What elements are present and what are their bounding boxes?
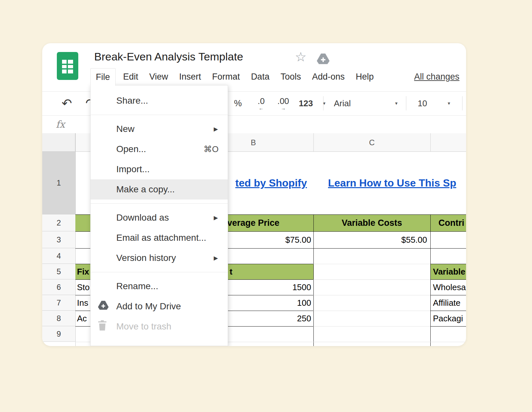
cell-d5[interactable]: Variable [430,264,466,279]
cell-d2[interactable]: Contri [430,214,466,231]
add-to-drive-icon[interactable] [317,53,330,66]
menu-item-label: Download as [116,212,169,223]
more-formats-label: 123 [299,98,313,109]
menu-item-version-history[interactable]: Version history ▶ [91,248,228,268]
cell-d8[interactable]: Packagi [430,311,466,326]
menu-separator [91,115,228,115]
menu-item-label: Make a copy... [116,184,175,195]
formula-fx-label: fx [56,115,65,133]
undo-icon[interactable]: ↶ [60,92,74,115]
decrease-decimal-arrow-icon: ← [259,106,264,110]
grid-border [430,326,466,327]
menu-item-email-as-attachment[interactable]: Email as attachment... [91,228,228,248]
submenu-arrow-icon: ▶ [214,214,218,221]
menu-item-label: Import... [116,164,150,174]
gridline [313,326,430,327]
menu-item-shortcut: ⌘O [204,144,219,154]
row-header-6[interactable]: 6 [42,279,75,295]
row-header-9[interactable]: 9 [42,326,75,342]
menu-separator [91,272,228,272]
toolbar-separator [323,96,323,110]
document-title[interactable]: Break-Even Analysis Template [94,50,243,63]
menu-item-label: Add to My Drive [116,301,181,312]
percent-format-button[interactable]: % [231,92,245,115]
menu-item-download-as[interactable]: Download as ▶ [91,208,228,228]
menu-item-label: Move to trash [116,321,171,332]
row-header-3[interactable]: 3 [42,231,75,248]
spreadsheet-window: Break-Even Analysis Template ☆ File Edit… [42,43,466,346]
toolbar-separator [462,96,462,110]
more-formats-button[interactable]: 123 ▾ [299,92,325,115]
decrease-decimal-button[interactable]: .0 ← [253,92,270,115]
increase-decimal-label: .00 [277,97,289,105]
menu-item-rename[interactable]: Rename... [91,276,228,296]
gridline [313,264,430,264]
font-size-dropdown-icon: ▾ [448,100,450,106]
decrease-decimal-label: .0 [258,97,265,105]
increase-decimal-arrow-icon: → [281,106,286,110]
column-header-c[interactable]: C [313,133,430,152]
gridline [313,279,430,280]
trash-icon [98,320,107,333]
all-changes-link[interactable]: All changes [414,68,460,85]
menu-item-move-to-trash[interactable]: Move to trash [91,316,228,337]
submenu-arrow-icon: ▶ [214,126,218,133]
font-size-select[interactable]: 10 ▾ [418,92,450,115]
menu-file[interactable]: File [90,68,116,86]
menu-separator [91,203,228,204]
cell-d7[interactable]: Affiliate [430,295,466,311]
row-header-8[interactable]: 8 [42,311,75,326]
toolbar-separator [406,96,406,110]
sheets-logo-icon[interactable] [57,52,78,81]
menubar: Edit View Insert Format Data Tools Add-o… [118,68,379,85]
column-header-divider [313,133,314,152]
menu-item-label: New [116,124,134,134]
cell-c3[interactable]: $55.00 [313,231,430,248]
menu-item-import[interactable]: Import... [91,159,228,179]
row-header-4[interactable]: 4 [42,248,75,264]
cell-d6[interactable]: Wholesa [430,279,466,295]
learn-how-link[interactable]: Learn How to Use This Sp [328,177,456,189]
menu-item-label: Email as attachment... [116,233,206,243]
menu-view[interactable]: View [144,68,174,85]
menu-tools[interactable]: Tools [275,68,307,85]
row-header-2[interactable]: 2 [42,214,75,231]
menu-item-label: Open... [116,144,146,154]
gridline [313,295,430,295]
star-icon[interactable]: ☆ [295,50,307,64]
gridline [313,311,430,311]
menu-item-open[interactable]: Open... ⌘O [91,139,228,159]
font-family-dropdown-icon: ▾ [395,100,398,106]
font-family-select[interactable]: Arial ▾ [334,92,398,115]
menu-data[interactable]: Data [246,68,275,85]
column-header-divider [430,133,431,152]
menu-help[interactable]: Help [350,68,379,85]
menu-item-label: Share... [116,96,148,106]
font-size-value: 10 [418,98,427,109]
menu-item-add-to-my-drive[interactable]: Add to My Drive [91,296,228,316]
cell-c2[interactable]: Variable Costs [313,214,430,231]
row-header-5[interactable]: 5 [42,264,75,279]
menu-item-make-a-copy[interactable]: Make a copy... [91,179,228,200]
cell-c1[interactable]: Learn How to Use This Sp [313,152,465,214]
file-menu-dropdown: Share... New ▶ Open... ⌘O Import... Make… [90,85,228,346]
menu-insert[interactable]: Insert [174,68,207,85]
select-all-corner[interactable] [42,133,75,152]
font-family-value: Arial [334,98,351,109]
menu-addons[interactable]: Add-ons [307,68,350,85]
row-header-1[interactable]: 1 [42,152,75,214]
menu-item-share[interactable]: Share... [91,91,228,111]
increase-decimal-button[interactable]: .00 → [273,92,293,115]
shopify-link[interactable]: ted by Shopify [235,177,307,189]
menu-item-label: Rename... [116,281,158,291]
menu-format[interactable]: Format [207,68,246,85]
menu-item-new[interactable]: New ▶ [91,119,228,139]
menu-item-label: Version history [116,253,176,263]
submenu-arrow-icon: ▶ [214,255,218,262]
drive-icon [98,301,109,313]
row-header-7[interactable]: 7 [42,295,75,311]
menu-edit[interactable]: Edit [118,68,144,85]
